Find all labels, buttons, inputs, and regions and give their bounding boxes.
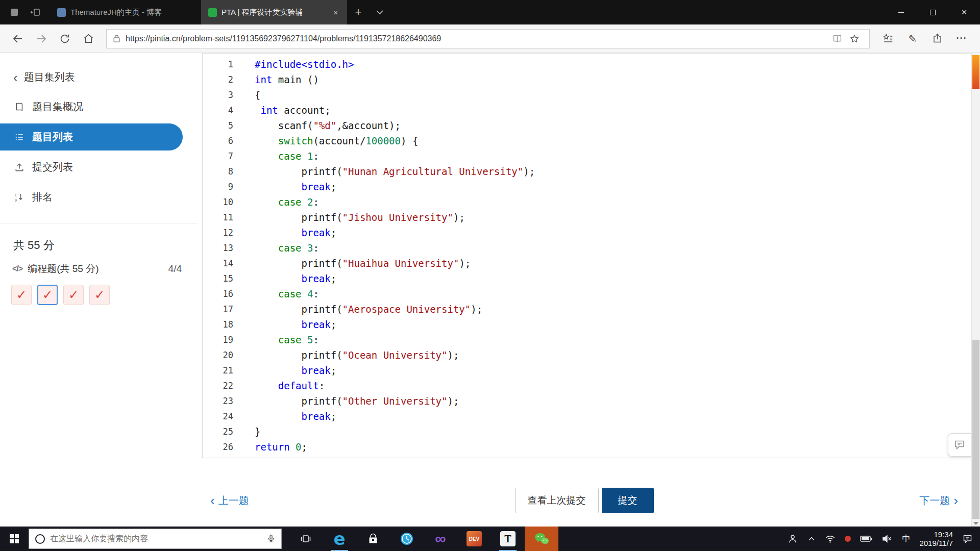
code-text[interactable]: switch(account/100000) { bbox=[233, 133, 418, 148]
edge-logo: e bbox=[333, 529, 345, 549]
share-icon[interactable] bbox=[925, 28, 949, 49]
minimize-button[interactable] bbox=[885, 0, 917, 24]
taskbar-visual-studio-icon[interactable]: ∞ bbox=[424, 527, 457, 551]
code-text[interactable]: break; bbox=[233, 225, 336, 240]
code-text[interactable]: printf("Ocean University"); bbox=[233, 347, 459, 363]
lock-icon bbox=[113, 34, 120, 43]
sidebar-item-problem-list[interactable]: 题目列表 bbox=[0, 123, 183, 151]
code-text[interactable]: scanf("%d",&account); bbox=[233, 118, 401, 133]
sidebar-item-ranking[interactable]: 19 排名 bbox=[0, 184, 197, 211]
vertical-scrollbar[interactable] bbox=[971, 53, 980, 527]
task-view-button[interactable] bbox=[289, 527, 323, 551]
code-text[interactable]: int account; bbox=[233, 103, 331, 118]
code-text[interactable]: case 1: bbox=[233, 148, 319, 164]
taskbar-clock-app-icon[interactable] bbox=[390, 527, 424, 551]
code-text[interactable]: case 4: bbox=[233, 286, 319, 302]
volume-icon[interactable] bbox=[881, 534, 893, 543]
toolbar-right-buttons: ✎ ··· bbox=[876, 28, 974, 49]
feedback-widget[interactable] bbox=[948, 433, 971, 457]
code-text[interactable]: break; bbox=[233, 317, 336, 332]
code-text[interactable]: printf("Hunan Agricultural University"); bbox=[233, 164, 535, 179]
forward-button[interactable] bbox=[30, 28, 53, 49]
code-text[interactable]: return 0; bbox=[233, 439, 307, 455]
code-text[interactable]: printf("Aerospace University"); bbox=[233, 302, 482, 317]
code-text[interactable]: break; bbox=[233, 409, 336, 424]
code-text[interactable]: default: bbox=[233, 378, 325, 393]
svg-text:9: 9 bbox=[15, 197, 17, 202]
wifi-icon[interactable] bbox=[825, 534, 836, 544]
view-last-submission-button[interactable]: 查看上次提交 bbox=[515, 488, 599, 513]
code-text[interactable]: break; bbox=[233, 271, 336, 286]
code-text[interactable]: printf("Huaihua University"); bbox=[233, 256, 471, 271]
maximize-button[interactable] bbox=[917, 0, 948, 24]
programming-section-row[interactable]: </> 编程题(共 55 分) 4/4 bbox=[0, 256, 197, 283]
web-note-pen-icon[interactable]: ✎ bbox=[900, 28, 925, 49]
sidebar-item-overview[interactable]: 题目集概况 bbox=[0, 93, 197, 120]
ime-indicator[interactable]: 中 bbox=[902, 534, 910, 544]
tabs-set-aside-icon[interactable] bbox=[5, 3, 23, 21]
home-button[interactable] bbox=[77, 28, 100, 49]
tab-blog[interactable]: ThematureJH的主页 - 博客 bbox=[50, 0, 201, 24]
add-favorite-star-icon[interactable] bbox=[846, 34, 863, 44]
more-options-icon[interactable]: ··· bbox=[949, 28, 974, 49]
code-text[interactable]: } bbox=[233, 424, 260, 439]
set-tabs-aside-icon[interactable] bbox=[27, 3, 45, 21]
taskbar-typora-icon[interactable]: T bbox=[491, 527, 525, 551]
taskbar-store-icon[interactable] bbox=[356, 527, 390, 551]
favorites-hub-icon[interactable] bbox=[876, 28, 900, 49]
taskbar-edge-icon[interactable]: e bbox=[323, 527, 356, 551]
taskbar-wechat-icon[interactable] bbox=[525, 527, 558, 551]
scroll-down-arrow-icon[interactable] bbox=[972, 522, 980, 525]
code-line-18: 18 break; bbox=[203, 317, 971, 332]
code-text[interactable]: int main () bbox=[233, 72, 319, 87]
page-content: ‹ 题目集列表 题目集概况 题目列表 提交列表 bbox=[0, 53, 980, 527]
close-button[interactable]: × bbox=[948, 0, 980, 24]
code-editor[interactable]: 1#include<stdio.h>2int main ()3{4 int ac… bbox=[202, 53, 971, 458]
url-text[interactable]: https://pintia.cn/problem-sets/119135692… bbox=[126, 34, 828, 43]
tab-preview-chevron-icon[interactable] bbox=[370, 0, 390, 24]
taskbar-clock[interactable]: 19:34 2019/11/7 bbox=[919, 530, 953, 547]
code-text[interactable]: case 2: bbox=[233, 194, 319, 210]
taskbar-search-input[interactable] bbox=[50, 534, 262, 543]
back-button[interactable] bbox=[6, 28, 30, 49]
chevron-up-icon[interactable] bbox=[807, 535, 816, 543]
taskbar-search-box[interactable] bbox=[29, 529, 282, 549]
section-progress: 4/4 bbox=[168, 263, 182, 274]
tab-pta[interactable]: PTA | 程序设计类实验辅 × bbox=[201, 0, 347, 24]
sidebar-back-problem-sets[interactable]: ‹ 题目集列表 bbox=[0, 64, 197, 90]
tab-close-icon[interactable]: × bbox=[331, 7, 340, 18]
code-text[interactable]: printf("Other University"); bbox=[233, 393, 459, 409]
previous-problem-link[interactable]: ‹ 上一题 bbox=[210, 494, 249, 508]
check-icon: ✓ bbox=[94, 288, 105, 302]
microphone-icon[interactable] bbox=[267, 534, 275, 544]
new-tab-button[interactable]: + bbox=[347, 0, 370, 24]
code-text[interactable]: case 3: bbox=[233, 240, 319, 256]
line-number: 16 bbox=[203, 286, 233, 302]
submit-button[interactable]: 提交 bbox=[602, 488, 654, 513]
code-text[interactable]: #include<stdio.h> bbox=[233, 57, 354, 72]
scrollbar-thumb[interactable] bbox=[972, 340, 979, 519]
problem-4-status[interactable]: ✓ bbox=[89, 285, 110, 305]
next-problem-link[interactable]: 下一题 › bbox=[919, 494, 958, 508]
start-button[interactable] bbox=[0, 527, 29, 551]
problem-3-status[interactable]: ✓ bbox=[63, 285, 84, 305]
problem-1-status[interactable]: ✓ bbox=[11, 285, 32, 305]
refresh-button[interactable] bbox=[53, 28, 77, 49]
people-icon[interactable] bbox=[787, 533, 798, 544]
address-bar[interactable]: https://pintia.cn/problem-sets/119135692… bbox=[106, 29, 870, 48]
code-text[interactable]: case 5: bbox=[233, 332, 319, 347]
code-text[interactable]: break; bbox=[233, 179, 336, 194]
chevron-left-icon: ‹ bbox=[13, 71, 18, 84]
line-number: 21 bbox=[203, 363, 233, 378]
code-text[interactable]: printf("Jishou University"); bbox=[233, 210, 465, 225]
reading-view-icon[interactable] bbox=[828, 34, 846, 43]
check-icon: ✓ bbox=[68, 288, 79, 302]
problem-2-status[interactable]: ✓ bbox=[37, 285, 58, 305]
code-text[interactable]: break; bbox=[233, 363, 336, 378]
code-text[interactable]: { bbox=[233, 87, 260, 103]
battery-icon bbox=[860, 535, 872, 542]
sidebar-item-submissions[interactable]: 提交列表 bbox=[0, 154, 197, 181]
tray-app-notification-icon[interactable] bbox=[845, 536, 851, 542]
taskbar-devcpp-icon[interactable]: DEV bbox=[457, 527, 491, 551]
action-center-icon[interactable] bbox=[962, 534, 973, 544]
